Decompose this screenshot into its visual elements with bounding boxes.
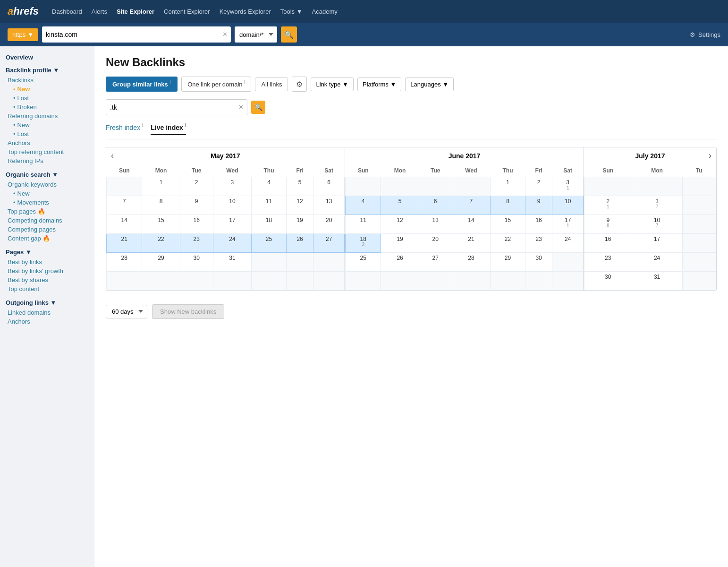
sidebar-item-best-by-links-growth[interactable]: Best by links' growth (6, 266, 88, 275)
sidebar-item-backlinks[interactable]: Backlinks (6, 76, 88, 85)
sidebar-item-competing-domains[interactable]: Competing domains (6, 216, 88, 225)
cal-day[interactable]: 23 (584, 252, 632, 271)
cal-day[interactable]: 28 (452, 252, 490, 271)
sidebar-subitem-refdomains-lost[interactable]: •Lost (6, 129, 88, 138)
cal-day-selected[interactable]: 22 (142, 233, 180, 252)
protocol-button[interactable]: https ▼ (8, 28, 38, 41)
cal-day[interactable]: 98 (584, 215, 632, 233)
scope-select[interactable]: domain/* prefix exact (235, 26, 277, 43)
cal-day[interactable]: 29 (142, 252, 180, 271)
cal-day[interactable]: 8 (142, 196, 180, 215)
sidebar-subitem-organic-movements[interactable]: •Movements (6, 198, 88, 207)
cal-day[interactable]: 11 (346, 215, 381, 233)
nav-academy[interactable]: Academy (312, 8, 338, 15)
tab-live-index[interactable]: Live index i (151, 123, 186, 135)
cal-day[interactable]: 15 (491, 215, 525, 233)
cal-day[interactable]: 18 (252, 215, 287, 233)
cal-day-selected[interactable]: 7 (452, 196, 490, 215)
sidebar-subitem-backlinks-new[interactable]: •New (6, 85, 88, 94)
cal-day[interactable]: 24 (632, 252, 682, 271)
cal-day[interactable]: 21 (452, 233, 490, 252)
sidebar-item-referring-domains[interactable]: Referring domains (6, 112, 88, 120)
sidebar-item-anchors[interactable]: Anchors (6, 138, 88, 147)
cal-day[interactable]: 2 (525, 177, 552, 196)
show-new-backlinks-button[interactable]: Show New backlinks (152, 304, 224, 319)
languages-dropdown[interactable]: Languages ▼ (405, 77, 454, 91)
cal-day[interactable]: 30 (525, 252, 552, 271)
sidebar-item-best-by-links[interactable]: Best by links (6, 258, 88, 266)
group-similar-links-button[interactable]: Group similar links i (106, 77, 178, 91)
sidebar-item-outgoing-anchors[interactable]: Anchors (6, 317, 88, 326)
cal-day[interactable]: 20 (419, 233, 452, 252)
cal-day[interactable]: 10 (213, 196, 251, 215)
cal-day-selected[interactable]: 9 (525, 196, 552, 215)
sidebar-item-linked-domains[interactable]: Linked domains (6, 308, 88, 317)
nav-alerts[interactable]: Alerts (92, 8, 107, 15)
cal-day[interactable]: 37 (632, 196, 682, 215)
sidebar-item-organic-keywords[interactable]: Organic keywords (6, 180, 88, 189)
cal-day[interactable]: 171 (552, 215, 584, 233)
cal-day-selected[interactable]: 21 (107, 233, 142, 252)
nav-content-explorer[interactable]: Content Explorer (164, 8, 210, 15)
cal-day[interactable]: 12 (381, 215, 419, 233)
platforms-dropdown[interactable]: Platforms ▼ (357, 77, 401, 91)
cal-day[interactable]: 19 (381, 233, 419, 252)
cal-day[interactable]: 22 (491, 233, 525, 252)
sidebar-item-best-by-shares[interactable]: Best by shares (6, 275, 88, 284)
sidebar-item-referring-ips[interactable]: Referring IPs (6, 156, 88, 165)
cal-day-selected[interactable]: 24 (213, 233, 251, 252)
cal-day-selected[interactable]: 27 (313, 233, 345, 252)
cal-day-selected[interactable]: 23 (180, 233, 213, 252)
cal-day[interactable]: 14 (452, 215, 490, 233)
cal-day[interactable]: 26 (381, 252, 419, 271)
cal-day[interactable]: 23 (525, 233, 552, 252)
cal-day[interactable]: 16 (180, 215, 213, 233)
cal-day[interactable]: 25 (346, 252, 381, 271)
cal-day[interactable]: 3 (213, 177, 251, 196)
cal-day[interactable]: 2 (180, 177, 213, 196)
cal-day[interactable]: 1 (491, 177, 525, 196)
settings-gear-button[interactable]: ⚙ (292, 77, 307, 92)
filter-input[interactable] (110, 103, 239, 111)
cal-day[interactable]: 17 (213, 215, 251, 233)
cal-day-selected[interactable]: 5 (381, 196, 419, 215)
cal-day-selected[interactable]: 8 (491, 196, 525, 215)
sidebar-item-top-referring-content[interactable]: Top referring content (6, 147, 88, 156)
cal-day[interactable]: 29 (491, 252, 525, 271)
cal-day[interactable]: 30 (584, 271, 632, 290)
sidebar-item-top-pages[interactable]: Top pages 🔥 (6, 207, 88, 216)
cal-day[interactable]: 14 (107, 215, 142, 233)
cal-day[interactable]: 4 (252, 177, 287, 196)
cal-day[interactable]: 30 (180, 252, 213, 271)
cal-day-selected[interactable]: 6 (419, 196, 452, 215)
cal-day-selected[interactable]: 10 (552, 196, 584, 215)
link-type-dropdown[interactable]: Link type ▼ (311, 77, 354, 91)
filter-clear-button[interactable]: × (239, 103, 243, 112)
calendar-prev-button[interactable]: ‹ (111, 151, 114, 161)
cal-day[interactable]: 5 (286, 177, 313, 196)
one-link-per-domain-button[interactable]: One link per domain i (181, 77, 251, 91)
cal-day[interactable]: 17 (632, 233, 682, 252)
sidebar-subitem-backlinks-broken[interactable]: •Broken (6, 103, 88, 112)
cal-day[interactable]: 15 (142, 215, 180, 233)
domain-input[interactable] (46, 31, 223, 38)
cal-day[interactable]: 13 (313, 196, 345, 215)
cal-day[interactable]: 11 (252, 196, 287, 215)
nav-site-explorer[interactable]: Site Explorer (117, 8, 154, 15)
sidebar-subitem-backlinks-lost[interactable]: •Lost (6, 94, 88, 103)
cal-day[interactable]: 16 (525, 215, 552, 233)
cal-day[interactable]: 6 (313, 177, 345, 196)
nav-tools[interactable]: Tools ▼ (280, 8, 303, 15)
cal-day-selected[interactable]: 25 (252, 233, 287, 252)
search-go-button[interactable]: 🔍 (281, 26, 297, 43)
sidebar-subitem-refdomains-new[interactable]: •New (6, 120, 88, 129)
cal-day[interactable]: 24 (552, 233, 584, 252)
sidebar-item-content-gap[interactable]: Content gap 🔥 (6, 234, 88, 243)
sidebar-item-competing-pages[interactable]: Competing pages (6, 225, 88, 234)
settings-button[interactable]: ⚙ Settings (690, 31, 720, 38)
cal-day[interactable]: 27 (419, 252, 452, 271)
cal-day[interactable]: 20 (313, 215, 345, 233)
cal-day[interactable]: 31 (632, 271, 682, 290)
cal-day-selected[interactable]: 26 (286, 233, 313, 252)
nav-dashboard[interactable]: Dashboard (52, 8, 82, 15)
